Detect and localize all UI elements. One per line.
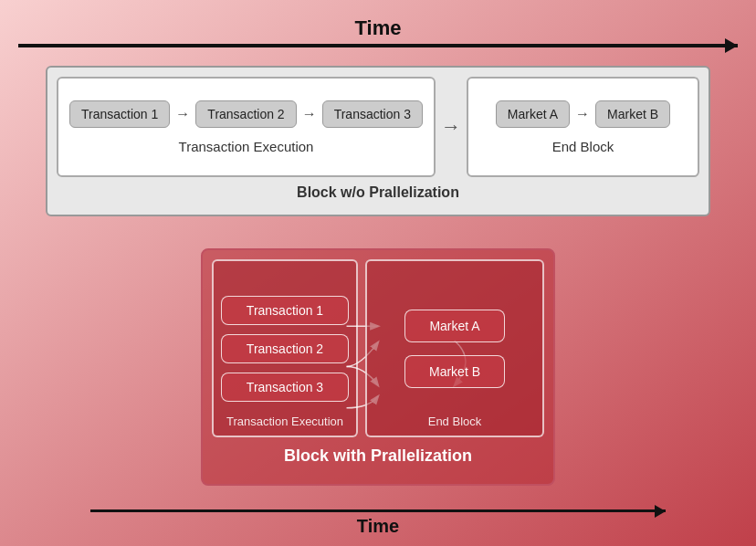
top-block-footer: Block w/o Prallelization xyxy=(57,184,699,201)
arrow-icon-1: → xyxy=(175,106,190,122)
tx-exec-box-bottom: Transaction 1 Transaction 2 Transaction … xyxy=(212,259,358,437)
time-label-top: Time xyxy=(355,16,402,40)
top-block-inner: Transaction 1 → Transaction 2 → Transact… xyxy=(57,77,699,177)
market-a-pill-top: Market A xyxy=(496,100,570,128)
tx3-pill-top: Transaction 3 xyxy=(322,100,423,128)
time-arrow-bottom: Time xyxy=(18,509,738,537)
arrow-icon-2: → xyxy=(302,106,317,122)
bottom-footer: Block with Prallelization xyxy=(212,446,544,466)
tx3-pill-bottom: Transaction 3 xyxy=(221,373,349,402)
bottom-inner: Transaction 1 Transaction 2 Transaction … xyxy=(212,259,544,437)
top-block: Transaction 1 → Transaction 2 → Transact… xyxy=(46,66,710,216)
tx2-pill-bottom: Transaction 2 xyxy=(221,334,349,363)
market-b-pill-top: Market B xyxy=(595,100,670,128)
time-arrow-line-top xyxy=(18,44,738,47)
tx1-pill-bottom: Transaction 1 xyxy=(221,296,349,325)
time-arrow-top: Time xyxy=(18,16,738,47)
end-block-box-top: Market A → Market B End Block xyxy=(467,77,699,177)
bottom-outer: Transaction 1 Transaction 2 Transaction … xyxy=(201,248,555,486)
tx-exec-label-bottom: Transaction Execution xyxy=(214,415,356,428)
market-b-pill-bottom: Market B xyxy=(404,355,505,388)
arrow-between-boxes: → xyxy=(436,77,467,177)
tx1-pill-top: Transaction 1 xyxy=(69,100,170,128)
tx-exec-label-top: Transaction Execution xyxy=(179,139,314,154)
end-block-label-top: End Block xyxy=(552,139,614,154)
market-row-top: Market A → Market B xyxy=(496,100,670,128)
end-block-box-bottom: Market A Market B End Block xyxy=(365,259,544,437)
market-a-pill-bottom: Market A xyxy=(404,310,505,342)
tx-exec-box-top: Transaction 1 → Transaction 2 → Transact… xyxy=(57,77,436,177)
end-block-label-bottom: End Block xyxy=(367,415,542,428)
tx2-pill-top: Transaction 2 xyxy=(195,100,296,128)
time-label-bottom: Time xyxy=(357,516,399,537)
time-arrow-line-bottom xyxy=(90,509,666,512)
arrow-icon-3: → xyxy=(575,106,590,122)
tx-items-row: Transaction 1 → Transaction 2 → Transact… xyxy=(69,100,423,128)
